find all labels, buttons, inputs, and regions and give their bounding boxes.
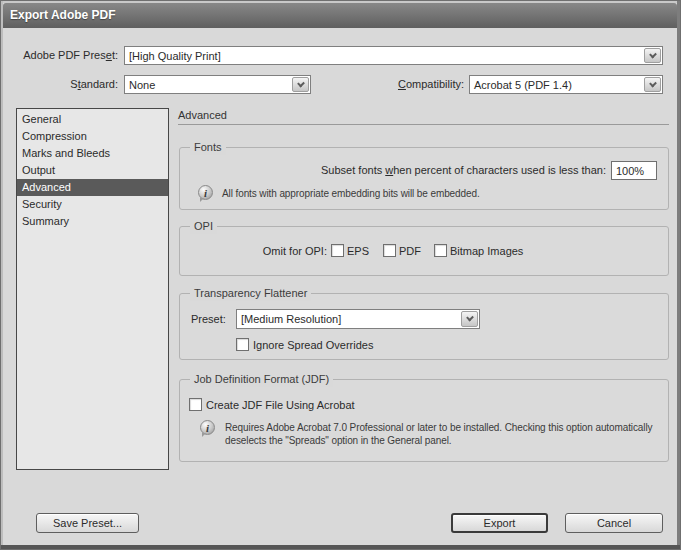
chevron-down-icon (649, 50, 657, 58)
sidebar-item-marks-and-bleeds[interactable]: Marks and Bleeds (17, 145, 168, 162)
sidebar-item-summary[interactable]: Summary (17, 213, 168, 230)
page-title: Advanced (178, 109, 227, 121)
save-preset-button[interactable]: Save Preset... (36, 513, 139, 533)
sidebar-item-security[interactable]: Security (17, 196, 168, 213)
jdf-info-line2: deselects the "Spreads" option in the Ge… (225, 434, 652, 447)
opi-group-legend: OPI (190, 219, 217, 234)
flattener-preset-value: [Medium Resolution] (237, 313, 460, 325)
adobe-pdf-preset-select[interactable]: [High Quality Print] (124, 46, 663, 65)
chevron-down-icon (297, 79, 305, 87)
jdf-group-legend: Job Definition Format (JDF) (190, 372, 333, 387)
export-adobe-pdf-dialog: Export Adobe PDF Adobe PDF Preset: [High… (0, 0, 681, 550)
title-bar[interactable]: Export Adobe PDF (3, 3, 677, 28)
window-title: Export Adobe PDF (10, 8, 116, 22)
compatibility-label: Compatibility: (367, 78, 464, 90)
sidebar-item-general[interactable]: General (17, 111, 168, 128)
panel-list[interactable]: General Compression Marks and Bleeds Out… (16, 108, 169, 470)
window-frame-edge (677, 1, 680, 549)
adobe-pdf-preset-value: [High Quality Print] (125, 50, 643, 62)
standard-value: None (125, 79, 291, 91)
standard-select[interactable]: None (124, 75, 311, 94)
adobe-pdf-preset-label: Adobe PDF Preset: (21, 49, 118, 61)
adobe-pdf-preset-dropdown-button[interactable] (644, 48, 661, 63)
bitmap-images-checkbox[interactable] (434, 244, 447, 257)
flattener-preset-label: Preset: (191, 313, 226, 325)
eps-checkbox[interactable] (331, 244, 344, 257)
chevron-down-icon (466, 314, 474, 322)
subset-fonts-label: Subset fonts when percent of characters … (201, 164, 606, 176)
export-button[interactable]: Export (451, 513, 548, 533)
pdf-checkbox-label: PDF (399, 245, 421, 257)
sidebar-item-compression[interactable]: Compression (17, 128, 168, 145)
ignore-spread-overrides-label: Ignore Spread Overrides (253, 339, 373, 351)
flattener-preset-dropdown-button[interactable] (461, 311, 478, 327)
flattener-preset-select[interactable]: [Medium Resolution] (236, 309, 480, 329)
cancel-button[interactable]: Cancel (565, 513, 663, 533)
jdf-info-line1: Requires Adobe Acrobat 7.0 Professional … (225, 421, 652, 434)
standard-dropdown-button[interactable] (292, 77, 309, 92)
window-frame-edge (1, 545, 680, 549)
compatibility-dropdown-button[interactable] (644, 77, 661, 92)
create-jdf-file-label: Create JDF File Using Acrobat (206, 399, 355, 411)
sidebar-item-output[interactable]: Output (17, 162, 168, 179)
window-frame-edge (1, 1, 3, 549)
info-icon: i (198, 185, 213, 200)
ignore-spread-overrides-checkbox[interactable] (236, 338, 249, 351)
compatibility-select[interactable]: Acrobat 5 (PDF 1.4) (469, 75, 663, 94)
jdf-info-text: Requires Adobe Acrobat 7.0 Professional … (225, 421, 652, 447)
eps-checkbox-label: EPS (347, 245, 369, 257)
chevron-down-icon (649, 79, 657, 87)
fonts-info-text: All fonts with appropriate embedding bit… (222, 188, 480, 199)
transparency-flattener-legend: Transparency Flattener (190, 286, 311, 301)
pdf-checkbox[interactable] (383, 244, 396, 257)
omit-for-opi-label: Omit for OPI: (227, 245, 327, 257)
sidebar-item-advanced[interactable]: Advanced (17, 179, 168, 196)
info-icon: i (200, 420, 215, 435)
create-jdf-file-checkbox[interactable] (189, 398, 202, 411)
panel-title-separator (178, 124, 669, 125)
fonts-group-legend: Fonts (190, 140, 226, 155)
subset-percent-input[interactable] (611, 161, 657, 180)
compatibility-value: Acrobat 5 (PDF 1.4) (470, 79, 643, 91)
fonts-group: Fonts (179, 147, 669, 210)
standard-label: Standard: (21, 78, 118, 90)
bitmap-images-checkbox-label: Bitmap Images (450, 245, 523, 257)
